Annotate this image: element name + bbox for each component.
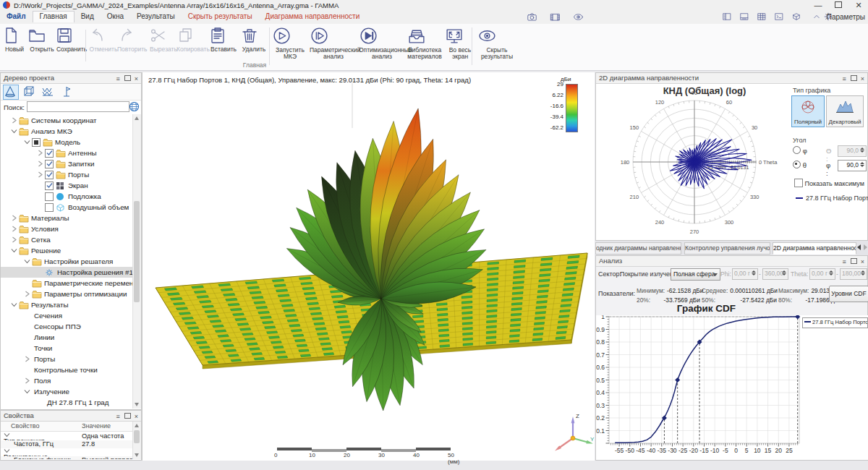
cone-view-icon[interactable] — [3, 85, 19, 100]
ribbon-button-trash[interactable]: Удалить — [240, 26, 268, 53]
tree-item-воздушный-объем[interactable]: Воздушный объем — [1, 202, 133, 213]
tree-checkbox[interactable] — [45, 181, 54, 190]
cdf-levels-button[interactable]: Уровни CDF — [829, 286, 868, 302]
expander-icon[interactable] — [22, 387, 32, 396]
panel-menu-icon[interactable]: ≡ — [116, 75, 121, 82]
tree-item-излучение[interactable]: Излучение — [1, 386, 133, 397]
panel-close-icon[interactable]: × — [135, 413, 140, 420]
panel-close-icon[interactable]: × — [861, 75, 866, 82]
panel-menu-icon[interactable]: ≡ — [842, 75, 847, 82]
tree-item-антенны[interactable]: Антенны — [1, 148, 133, 158]
theta-to-spinner[interactable]: 180,00 — [840, 268, 867, 280]
tab-0[interactable]: одник диаграммы направленности — [595, 242, 681, 255]
property-row[interactable]: Тип решенияОдна частота — [1, 432, 133, 440]
parameters-button[interactable]: Параметры — [827, 13, 865, 21]
tree-item-решение[interactable]: Решение — [1, 245, 133, 256]
camera-icon[interactable] — [527, 12, 542, 23]
tab-scroll-left-icon[interactable] — [857, 244, 861, 250]
panel-float-icon[interactable] — [851, 258, 857, 264]
polar-type-button[interactable]: Полярный — [791, 95, 825, 127]
minimize-button[interactable]: — — [809, 0, 827, 11]
menu-tab-результаты[interactable]: Результаты — [130, 11, 182, 22]
tree-item-запитки[interactable]: Запитки — [1, 158, 133, 169]
phi-radio[interactable] — [793, 146, 801, 154]
expander-icon[interactable] — [35, 159, 45, 168]
panel-close-icon[interactable]: × — [135, 75, 140, 82]
properties-scrollbar[interactable] — [132, 422, 141, 459]
tree-item-поля[interactable]: Поля — [1, 375, 133, 386]
cube-view-icon[interactable] — [22, 85, 38, 100]
tree-item-настройки-решателя[interactable]: Настройки решателя — [1, 256, 133, 267]
table-panel-icon[interactable] — [757, 12, 771, 23]
panel-float-icon[interactable] — [851, 75, 857, 81]
menu-tab-вид[interactable]: Вид — [75, 11, 101, 22]
tree-item-дн-27-8-ггц-1-град[interactable]: ДН 27.8 ГГц 1 град — [1, 397, 133, 408]
expander-icon[interactable] — [22, 257, 32, 266]
tree-item-экран[interactable]: Экран — [1, 180, 133, 191]
expander-icon[interactable] — [35, 170, 45, 179]
show-max-checkbox[interactable] — [794, 179, 803, 187]
film-icon[interactable] — [550, 12, 566, 23]
expander-icon[interactable] — [22, 137, 32, 147]
phi-spinner[interactable]: 90,0 — [838, 160, 867, 171]
panel-menu-icon[interactable]: ≡ — [842, 258, 847, 265]
panel-menu-icon[interactable]: ≡ — [116, 413, 121, 420]
3d-radiation-pattern[interactable] — [142, 83, 595, 448]
ribbon-button-playopt[interactable]: Оптимизационный анализ — [359, 26, 405, 60]
tree-item-настройка-решения-#1[interactable]: Настройка решения #1 — [1, 267, 133, 278]
layout-panel-icon[interactable] — [739, 12, 754, 23]
tree-item-модель[interactable]: Модель — [1, 137, 133, 148]
menu-tab-скрыть-результаты[interactable]: Скрыть результаты — [182, 11, 259, 22]
expander-icon[interactable] — [22, 376, 32, 385]
expander-icon[interactable] — [35, 148, 45, 158]
ribbon-button-eye[interactable]: Скрыть результаты — [477, 26, 516, 60]
expander-icon[interactable] — [9, 246, 19, 255]
tree-panel-icon[interactable] — [722, 12, 736, 23]
expander-icon[interactable] — [9, 116, 19, 125]
tree-item-порты[interactable]: Порты — [1, 354, 133, 364]
expander-icon[interactable] — [9, 300, 19, 309]
menu-tab-файл[interactable]: Файл — [0, 11, 33, 22]
theta-radio[interactable] — [793, 161, 801, 168]
close-button[interactable]: ✕ — [849, 0, 868, 11]
ribbon-button-play[interactable]: Запустить МКЭ — [272, 26, 308, 60]
tree-item-линии[interactable]: Линии — [1, 332, 133, 343]
expander-icon[interactable] — [9, 235, 19, 244]
tree-item-контрольные-точки[interactable]: Контрольные точки — [1, 364, 133, 375]
menu-tab-главная[interactable]: Главная — [33, 11, 75, 22]
property-row[interactable]: Базисные функцииВысокий порядок — [1, 456, 133, 459]
search-globe-icon[interactable] — [129, 101, 140, 112]
3d-viewport[interactable]: 27.8 ГГц Набор Портов 1, КНД (Общая), Уп… — [142, 72, 595, 461]
tree-checkbox[interactable] — [45, 160, 54, 168]
tree-checkbox[interactable] — [45, 192, 54, 201]
expander-icon[interactable] — [9, 213, 19, 223]
tree-item-условия[interactable]: Условия — [1, 223, 133, 234]
ribbon-button-floppy[interactable]: Сохранить — [55, 26, 88, 53]
tree-item-сечения[interactable]: Сечения — [1, 310, 133, 321]
search-input[interactable] — [27, 101, 129, 112]
theta-from-spinner[interactable]: 0,00 г — [809, 268, 835, 280]
tree-item-параметры-оптимизации[interactable]: Параметры оптимизации — [1, 289, 133, 299]
tab-1[interactable]: Контроллер управления лучом ДН — [684, 242, 770, 255]
phi-to-spinner[interactable]: 360,00 — [762, 268, 788, 280]
tree-item-результаты[interactable]: Результаты — [1, 299, 133, 310]
coverage-dropdown[interactable]: Полная сфера — [671, 268, 720, 281]
tree-scrollbar[interactable] — [132, 114, 141, 409]
ribbon-button-folder[interactable]: Открыть — [27, 26, 56, 53]
dimension-icon[interactable] — [59, 85, 75, 100]
tree-checkbox[interactable] — [32, 138, 41, 147]
ribbon-button-library[interactable]: Библиотека материалов — [407, 26, 443, 60]
property-row[interactable]: Частота, ГГц27.8 — [1, 440, 133, 448]
tab-scroll-right-icon[interactable] — [864, 244, 867, 250]
panel-float-icon[interactable] — [124, 413, 131, 419]
mesh-view-icon[interactable] — [41, 85, 56, 100]
maximize-button[interactable] — [829, 0, 848, 11]
ribbon-button-fullscreen[interactable]: Во весь экран — [444, 26, 476, 60]
theta-spinner[interactable]: 90,0 — [838, 145, 867, 157]
tree-checkbox[interactable] — [45, 203, 54, 212]
tree-item-сетка[interactable]: Сетка — [1, 234, 133, 245]
expander-icon[interactable] — [9, 224, 19, 234]
panel-float-icon[interactable] — [124, 75, 131, 81]
expander-icon[interactable] — [22, 289, 32, 299]
tree-item-точки[interactable]: Точки — [1, 343, 133, 354]
